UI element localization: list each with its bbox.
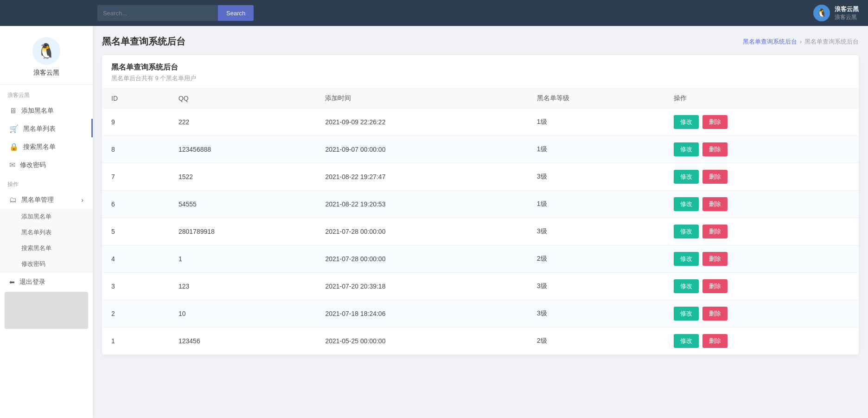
breadcrumb-current: 黑名单查询系统后台 (804, 38, 859, 46)
cell-time: 2021-05-25 00:00:00 (316, 328, 527, 355)
sidebar-sub-items: 添加黑名单 黑名单列表 搜索黑名单 修改密码 (0, 209, 93, 272)
edit-button[interactable]: 修改 (674, 225, 699, 238)
cell-time: 2021-09-09 22:26:22 (316, 109, 527, 136)
sidebar: 🐧 浪客云黑 浪客云黑 🖥 添加黑名单 🛒 黑名单列表 🔒 搜索黑名单 ✉ 修改… (0, 26, 93, 418)
delete-button[interactable]: 删除 (702, 225, 728, 238)
table-row: 1 123456 2021-05-25 00:00:00 2级 修改 删除 (102, 328, 859, 355)
sidebar-item-change-password[interactable]: ✉ 修改密码 (0, 156, 93, 174)
cell-action: 修改 删除 (664, 136, 859, 163)
sidebar-item-search-label: 搜索黑名单 (23, 143, 56, 151)
delete-button[interactable]: 删除 (702, 307, 728, 321)
cell-level: 3级 (528, 163, 664, 191)
delete-button[interactable]: 删除 (702, 197, 728, 211)
sidebar-sub-password[interactable]: 修改密码 (0, 256, 93, 272)
sidebar-item-search-blacklist[interactable]: 🔒 搜索黑名单 (0, 138, 93, 156)
edit-button[interactable]: 修改 (674, 170, 699, 184)
chevron-right-icon: › (81, 196, 83, 204)
sidebar-section-2: 操作 (0, 174, 93, 191)
edit-button[interactable]: 修改 (674, 307, 699, 321)
list-icon: 🛒 (9, 124, 19, 133)
cell-action: 修改 删除 (664, 328, 859, 355)
edit-button[interactable]: 修改 (674, 279, 699, 293)
table-row: 9 222 2021-09-09 22:26:22 1级 修改 删除 (102, 109, 859, 136)
sidebar-sub-list[interactable]: 黑名单列表 (0, 225, 93, 240)
header: Search 🐧 浪客云黑 浪客云黑 (0, 0, 868, 26)
delete-button[interactable]: 删除 (702, 252, 728, 266)
cell-action: 修改 删除 (664, 245, 859, 273)
cell-qq: 54555 (169, 191, 316, 218)
cell-level: 2级 (528, 245, 664, 273)
key-icon: ✉ (9, 161, 15, 169)
sidebar-logout[interactable]: ⬅ 退出登录 (0, 272, 93, 292)
logout-icon: ⬅ (9, 278, 15, 286)
col-level: 黑名单等级 (528, 89, 664, 109)
cell-qq: 1 (169, 245, 316, 273)
search-button[interactable]: Search (218, 5, 254, 21)
edit-button[interactable]: 修改 (674, 115, 699, 129)
cell-id: 2 (102, 300, 169, 328)
cell-qq: 1522 (169, 163, 316, 191)
cell-id: 9 (102, 109, 169, 136)
table-row: 2 10 2021-07-18 18:24:06 3级 修改 删除 (102, 300, 859, 328)
blacklist-mgmt-icon: 🗂 (9, 196, 17, 204)
cell-action: 修改 删除 (664, 218, 859, 245)
table-row: 4 1 2021-07-28 00:00:00 2级 修改 删除 (102, 245, 859, 273)
sidebar-group-blacklist-mgmt[interactable]: 🗂 黑名单管理 › (0, 191, 93, 209)
header-search-area: Search (97, 5, 254, 21)
user-info: 浪客云黑 浪客云黑 (835, 5, 859, 21)
sidebar-sub-search[interactable]: 搜索黑名单 (0, 240, 93, 256)
search-icon: 🔒 (9, 142, 19, 151)
sidebar-item-password-label: 修改密码 (20, 161, 46, 169)
breadcrumb: 黑名单查询系统后台 黑名单查询系统后台 › 黑名单查询系统后台 (102, 35, 859, 48)
cell-qq: 123456888 (169, 136, 316, 163)
cell-level: 3级 (528, 300, 664, 328)
sidebar-username: 浪客云黑 (33, 69, 59, 77)
cell-id: 4 (102, 245, 169, 273)
edit-button[interactable]: 修改 (674, 197, 699, 211)
breadcrumb-link[interactable]: 黑名单查询系统后台 (743, 38, 797, 46)
cell-time: 2021-08-22 19:20:53 (316, 191, 527, 218)
user-sub: 浪客云黑 (835, 13, 859, 21)
sidebar-sub-add[interactable]: 添加黑名单 (0, 209, 93, 225)
table-card-title: 黑名单查询系统后台 (111, 63, 849, 72)
user-name: 浪客云黑 (835, 5, 859, 13)
cell-action: 修改 删除 (664, 109, 859, 136)
edit-button[interactable]: 修改 (674, 252, 699, 266)
search-input[interactable] (97, 5, 218, 21)
delete-button[interactable]: 删除 (702, 170, 728, 184)
delete-button[interactable]: 删除 (702, 142, 728, 156)
sidebar-avatar: 🐧 (32, 37, 60, 65)
sidebar-profile: 🐧 浪客云黑 (0, 26, 93, 85)
sidebar-item-add-label: 添加黑名单 (21, 107, 54, 115)
sidebar-item-add-blacklist[interactable]: 🖥 添加黑名单 (0, 102, 93, 120)
col-action: 操作 (664, 89, 859, 109)
main-content: 黑名单查询系统后台 黑名单查询系统后台 › 黑名单查询系统后台 黑名单查询系统后… (93, 26, 868, 418)
table-row: 7 1522 2021-08-22 19:27:47 3级 修改 删除 (102, 163, 859, 191)
cell-action: 修改 删除 (664, 191, 859, 218)
delete-button[interactable]: 删除 (702, 334, 728, 348)
cell-time: 2021-07-28 00:00:00 (316, 218, 527, 245)
table-row: 8 123456888 2021-09-07 00:00:00 1级 修改 删除 (102, 136, 859, 163)
col-qq: QQ (169, 89, 316, 109)
sidebar-item-blacklist[interactable]: 🛒 黑名单列表 (0, 120, 93, 138)
table-row: 3 123 2021-07-20 20:39:18 3级 修改 删除 (102, 273, 859, 300)
delete-button[interactable]: 删除 (702, 115, 728, 129)
main-layout: 🐧 浪客云黑 浪客云黑 🖥 添加黑名单 🛒 黑名单列表 🔒 搜索黑名单 ✉ 修改… (0, 26, 868, 418)
cell-level: 1级 (528, 191, 664, 218)
edit-button[interactable]: 修改 (674, 142, 699, 156)
delete-button[interactable]: 删除 (702, 279, 728, 293)
cell-time: 2021-07-28 00:00:00 (316, 245, 527, 273)
page-title: 黑名单查询系统后台 (102, 35, 185, 48)
cell-action: 修改 删除 (664, 300, 859, 328)
cell-id: 5 (102, 218, 169, 245)
avatar: 🐧 (813, 5, 830, 21)
cell-time: 2021-07-20 20:39:18 (316, 273, 527, 300)
cell-level: 1级 (528, 109, 664, 136)
table-card: 黑名单查询系统后台 黑名单后台共有 9 个黑名单用户 ID QQ 添加时间 黑名… (102, 55, 859, 355)
sidebar-logout-label: 退出登录 (19, 278, 45, 286)
cell-qq: 123 (169, 273, 316, 300)
edit-button[interactable]: 修改 (674, 334, 699, 348)
table-header: ID QQ 添加时间 黑名单等级 操作 (102, 89, 859, 109)
cell-id: 3 (102, 273, 169, 300)
cell-level: 3级 (528, 218, 664, 245)
